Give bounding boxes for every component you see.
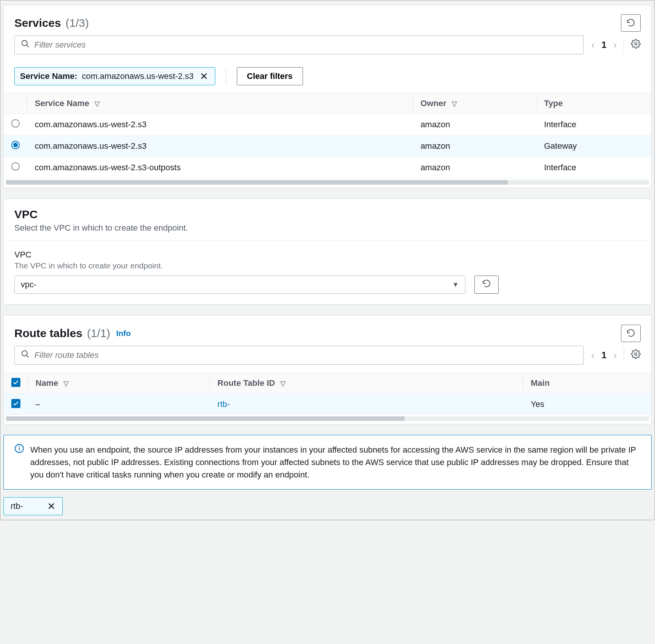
gear-icon[interactable] [631, 39, 641, 51]
selected-route-tag: rtb- ✕ [3, 497, 63, 515]
select-all-checkbox[interactable] [11, 378, 20, 387]
routes-refresh-button[interactable] [621, 325, 641, 342]
routes-scrollbar[interactable] [6, 416, 649, 421]
sort-icon[interactable]: ▽ [94, 100, 100, 108]
services-scrollbar[interactable] [6, 180, 649, 185]
services-pager: ‹ 1 › [591, 39, 641, 51]
svg-line-4 [26, 355, 29, 357]
services-search-input[interactable] [34, 40, 577, 50]
cell-service-name: com.amazonaws.us-west-2.s3 [27, 114, 413, 136]
remove-filter-icon[interactable]: ✕ [198, 71, 210, 81]
svg-point-0 [22, 40, 27, 46]
sort-icon[interactable]: ▽ [63, 380, 69, 387]
cell-type: Interface [536, 157, 651, 179]
cell-type: Interface [536, 114, 651, 136]
services-panel: Services (1/3) ‹ 1 › [3, 5, 652, 188]
routes-pager: ‹ 1 › [591, 349, 641, 362]
col-service-name[interactable]: Service Name [35, 99, 89, 108]
vpc-field-sub: The VPC in which to create your endpoint… [14, 261, 641, 270]
pager-prev[interactable]: ‹ [591, 349, 595, 361]
services-search[interactable] [14, 35, 584, 54]
routes-search-input[interactable] [34, 350, 577, 360]
service-row[interactable]: com.amazonaws.us-west-2.s3 amazon Interf… [4, 114, 651, 136]
routes-title: Route tables [14, 327, 82, 339]
svg-point-3 [22, 351, 27, 356]
filter-key: Service Name: [20, 71, 77, 81]
col-main[interactable]: Main [531, 378, 550, 388]
pager-next[interactable]: › [613, 39, 617, 51]
sort-icon[interactable]: ▽ [280, 380, 286, 387]
pager-prev[interactable]: ‹ [591, 39, 595, 51]
service-row[interactable]: com.amazonaws.us-west-2.s3-outposts amaz… [4, 157, 651, 179]
row-radio[interactable] [11, 141, 20, 149]
alert-text: When you use an endpoint, the source IP … [30, 444, 641, 481]
cell-owner: amazon [413, 114, 536, 136]
col-name[interactable]: Name [36, 378, 58, 388]
col-owner[interactable]: Owner [420, 99, 446, 108]
services-title: Services [14, 17, 61, 29]
info-alert: When you use an endpoint, the source IP … [3, 435, 652, 490]
clear-filters-button[interactable]: Clear filters [237, 67, 303, 85]
remove-tag-icon[interactable]: ✕ [46, 501, 57, 511]
row-radio[interactable] [11, 162, 20, 171]
vpc-select-value: vpc- [21, 280, 37, 290]
route-row[interactable]: – rtb- Yes [4, 394, 651, 415]
routes-search[interactable] [14, 346, 584, 365]
sort-icon[interactable]: ▽ [452, 100, 457, 108]
cell-service-name: com.amazonaws.us-west-2.s3 [27, 136, 413, 157]
services-count: (1/3) [66, 17, 89, 29]
cell-main: Yes [523, 394, 651, 415]
refresh-icon [626, 18, 635, 28]
info-icon [14, 444, 24, 481]
cell-rtid[interactable]: rtb- [218, 399, 230, 409]
row-checkbox[interactable] [11, 399, 20, 408]
pager-next[interactable]: › [613, 349, 617, 361]
active-filter-chip: Service Name: com.amazonaws.us-west-2.s3… [14, 67, 215, 85]
svg-point-8 [19, 446, 19, 447]
vpc-select[interactable]: vpc- ▼ [14, 276, 465, 294]
svg-line-1 [26, 45, 29, 47]
routes-table: Name ▽ Route Table ID ▽ Main – rtb- Yes [4, 373, 651, 415]
col-rtid[interactable]: Route Table ID [218, 378, 275, 388]
vpc-subtitle: Select the VPC in which to create the en… [14, 223, 641, 233]
route-tables-panel: Route tables (1/1) Info ‹ 1 › [3, 315, 652, 424]
cell-type: Gateway [536, 136, 651, 157]
pager-current: 1 [601, 350, 606, 361]
tag-label: rtb- [11, 501, 23, 511]
vpc-field-label: VPC [14, 250, 641, 260]
cell-owner: amazon [413, 157, 536, 179]
svg-point-5 [635, 353, 637, 356]
vpc-refresh-button[interactable] [474, 276, 499, 294]
search-icon [21, 350, 34, 361]
cell-name: – [28, 394, 210, 415]
cell-service-name: com.amazonaws.us-west-2.s3-outposts [27, 157, 413, 179]
routes-info-link[interactable]: Info [116, 329, 131, 338]
cell-owner: amazon [413, 136, 536, 157]
filter-value: com.amazonaws.us-west-2.s3 [82, 71, 194, 81]
vpc-title: VPC [14, 208, 641, 221]
services-refresh-button[interactable] [621, 14, 641, 32]
service-row[interactable]: com.amazonaws.us-west-2.s3 amazon Gatewa… [4, 136, 651, 157]
vpc-panel: VPC Select the VPC in which to create th… [3, 199, 652, 305]
svg-point-2 [635, 43, 637, 45]
refresh-icon [626, 328, 635, 339]
pager-current: 1 [601, 40, 606, 50]
chevron-down-icon: ▼ [452, 281, 459, 289]
col-type[interactable]: Type [544, 99, 563, 108]
services-table: Service Name ▽ Owner ▽ Type com.amazonaw… [4, 93, 651, 179]
row-radio[interactable] [11, 119, 20, 128]
search-icon [21, 39, 34, 51]
gear-icon[interactable] [631, 349, 641, 361]
routes-count: (1/1) [87, 327, 110, 339]
refresh-icon [482, 279, 491, 290]
